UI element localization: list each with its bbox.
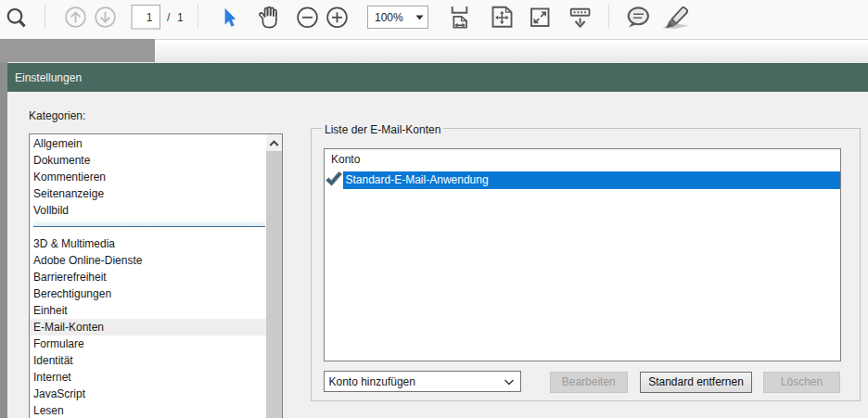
- svg-text:/: /: [167, 11, 171, 24]
- svg-text:1: 1: [177, 11, 184, 24]
- svg-text:1: 1: [147, 11, 153, 24]
- svg-text:100%: 100%: [375, 11, 403, 24]
